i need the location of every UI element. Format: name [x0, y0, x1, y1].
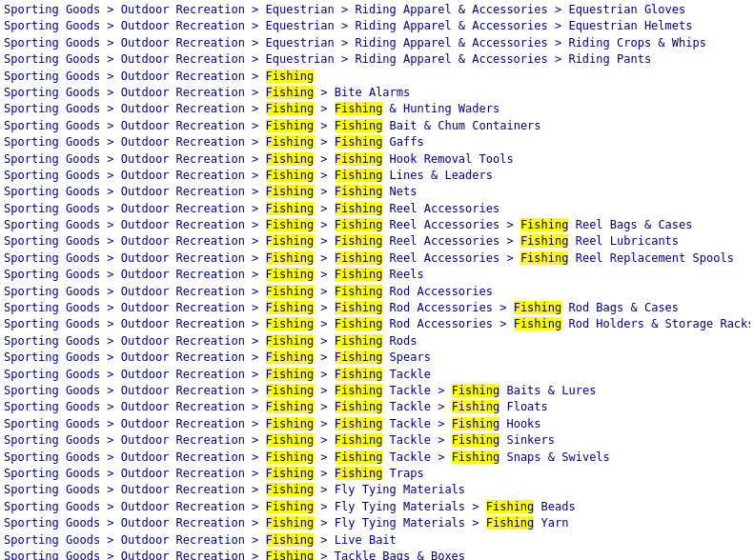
- list-item: Sporting Goods > Outdoor Recreation > Fi…: [4, 151, 750, 168]
- highlight: Fishing: [266, 268, 315, 281]
- highlight: Fishing: [266, 251, 315, 265]
- highlight: Fishing: [266, 285, 315, 298]
- highlight: Fishing: [335, 368, 383, 381]
- highlight: Fishing: [335, 301, 383, 314]
- highlight: Fishing: [266, 500, 315, 513]
- highlight: Fishing: [335, 417, 383, 430]
- list-item: Sporting Goods > Outdoor Recreation > Fi…: [4, 69, 750, 85]
- highlight: Fishing: [266, 334, 315, 348]
- list-item: Sporting Goods > Outdoor Recreation > Eq…: [4, 51, 750, 68]
- category-list: Sporting Goods > Outdoor Recreation > Eq…: [0, 0, 754, 560]
- list-item: Sporting Goods > Outdoor Recreation > Fi…: [4, 250, 750, 267]
- highlight: Fishing: [266, 86, 315, 99]
- highlight: Fishing: [266, 417, 315, 430]
- highlight: Fishing: [266, 70, 315, 83]
- list-item: Sporting Goods > Outdoor Recreation > Eq…: [4, 18, 750, 34]
- list-item: Sporting Goods > Outdoor Recreation > Fi…: [4, 499, 750, 515]
- list-item: Sporting Goods > Outdoor Recreation > Fi…: [4, 367, 750, 383]
- list-item: Sporting Goods > Outdoor Recreation > Fi…: [4, 134, 750, 150]
- highlight: Fishing: [266, 202, 315, 215]
- highlight: Fishing: [335, 350, 383, 364]
- list-item: Sporting Goods > Outdoor Recreation > Fi…: [4, 168, 750, 184]
- highlight: Fishing: [266, 301, 315, 314]
- highlight: Fishing: [266, 550, 315, 560]
- highlight: Fishing: [266, 152, 315, 166]
- highlight: Fishing: [335, 135, 383, 149]
- highlight: Fishing: [335, 268, 383, 281]
- list-item: Sporting Goods > Outdoor Recreation > Fi…: [4, 118, 750, 134]
- list-item: Sporting Goods > Outdoor Recreation > Fi…: [4, 432, 750, 449]
- list-item: Sporting Goods > Outdoor Recreation > Fi…: [4, 350, 750, 366]
- list-item: Sporting Goods > Outdoor Recreation > Fi…: [4, 549, 750, 560]
- highlight: Fishing: [335, 334, 383, 348]
- highlight: Fishing: [335, 152, 383, 166]
- highlight: Fishing: [266, 450, 315, 464]
- highlight: Fishing: [266, 467, 315, 480]
- list-item: Sporting Goods > Outdoor Recreation > Fi…: [4, 184, 750, 200]
- highlight: Fishing: [266, 350, 315, 364]
- highlight: Fishing: [452, 384, 500, 397]
- highlight: Fishing: [335, 169, 383, 182]
- list-item: Sporting Goods > Outdoor Recreation > Fi…: [4, 267, 750, 283]
- highlight: Fishing: [335, 450, 383, 464]
- list-item: Sporting Goods > Outdoor Recreation > Fi…: [4, 316, 750, 332]
- highlight: Fishing: [266, 102, 315, 115]
- list-item: Sporting Goods > Outdoor Recreation > Fi…: [4, 233, 750, 250]
- highlight: Fishing: [335, 202, 383, 215]
- list-item: Sporting Goods > Outdoor Recreation > Fi…: [4, 101, 750, 117]
- list-item: Sporting Goods > Outdoor Recreation > Eq…: [4, 35, 750, 51]
- highlight: Fishing: [514, 317, 562, 330]
- highlight: Fishing: [266, 135, 315, 149]
- list-item: Sporting Goods > Outdoor Recreation > Eq…: [4, 2, 750, 18]
- highlight: Fishing: [335, 317, 383, 330]
- highlight: Fishing: [335, 251, 383, 265]
- highlight: Fishing: [266, 317, 315, 330]
- highlight: Fishing: [452, 433, 500, 447]
- highlight: Fishing: [520, 251, 569, 265]
- highlight: Fishing: [335, 467, 383, 480]
- highlight: Fishing: [266, 384, 315, 397]
- highlight: Fishing: [335, 400, 383, 413]
- highlight: Fishing: [452, 450, 500, 464]
- highlight: Fishing: [335, 218, 383, 231]
- highlight: Fishing: [266, 169, 315, 182]
- list-item: Sporting Goods > Outdoor Recreation > Fi…: [4, 284, 750, 300]
- highlight: Fishing: [520, 234, 569, 248]
- highlight: Fishing: [266, 533, 315, 547]
- list-item: Sporting Goods > Outdoor Recreation > Fi…: [4, 532, 750, 549]
- highlight: Fishing: [266, 400, 315, 413]
- highlight: Fishing: [335, 433, 383, 447]
- highlight: Fishing: [452, 417, 500, 430]
- list-item: Sporting Goods > Outdoor Recreation > Fi…: [4, 300, 750, 316]
- list-item: Sporting Goods > Outdoor Recreation > Fi…: [4, 399, 750, 415]
- highlight: Fishing: [452, 400, 500, 413]
- highlight: Fishing: [520, 218, 569, 231]
- highlight: Fishing: [335, 102, 383, 115]
- highlight: Fishing: [486, 500, 535, 513]
- highlight: Fishing: [266, 433, 315, 447]
- list-item: Sporting Goods > Outdoor Recreation > Fi…: [4, 85, 750, 101]
- highlight: Fishing: [335, 285, 383, 298]
- list-item: Sporting Goods > Outdoor Recreation > Fi…: [4, 217, 750, 233]
- highlight: Fishing: [266, 119, 315, 132]
- list-item: Sporting Goods > Outdoor Recreation > Fi…: [4, 515, 750, 531]
- list-item: Sporting Goods > Outdoor Recreation > Fi…: [4, 333, 750, 350]
- list-item: Sporting Goods > Outdoor Recreation > Fi…: [4, 201, 750, 217]
- highlight: Fishing: [335, 234, 383, 248]
- highlight: Fishing: [266, 516, 315, 530]
- list-item: Sporting Goods > Outdoor Recreation > Fi…: [4, 383, 750, 399]
- list-item: Sporting Goods > Outdoor Recreation > Fi…: [4, 482, 750, 498]
- highlight: Fishing: [335, 185, 383, 198]
- highlight: Fishing: [335, 119, 383, 132]
- highlight: Fishing: [266, 185, 315, 198]
- highlight: Fishing: [266, 234, 315, 248]
- highlight: Fishing: [266, 218, 315, 231]
- highlight: Fishing: [266, 368, 315, 381]
- highlight: Fishing: [335, 384, 383, 397]
- list-item: Sporting Goods > Outdoor Recreation > Fi…: [4, 466, 750, 482]
- list-item: Sporting Goods > Outdoor Recreation > Fi…: [4, 450, 750, 466]
- highlight: Fishing: [514, 301, 562, 314]
- list-item: Sporting Goods > Outdoor Recreation > Fi…: [4, 416, 750, 432]
- highlight: Fishing: [486, 516, 535, 530]
- highlight: Fishing: [266, 483, 315, 496]
